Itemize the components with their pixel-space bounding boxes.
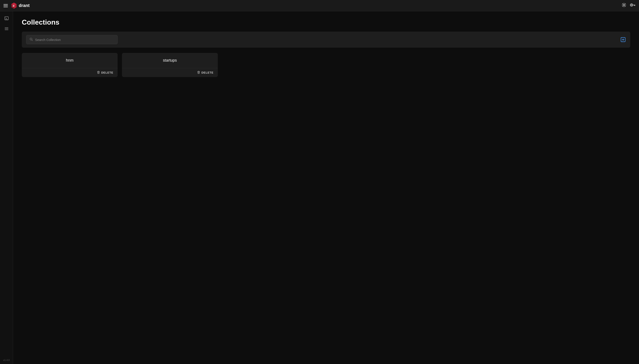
navbar-left: d drant: [4, 2, 30, 9]
search-input[interactable]: [35, 38, 114, 42]
search-container: [22, 32, 630, 48]
add-collection-button[interactable]: [620, 37, 626, 42]
terminal-icon: [4, 16, 9, 20]
svg-line-10: [622, 4, 623, 4]
trash-icon: [97, 71, 100, 74]
svg-point-15: [631, 4, 632, 6]
main-layout: v1.4.0 Collections: [0, 11, 639, 364]
sidebar-item-terminal[interactable]: [2, 14, 11, 23]
sidebar-item-collections[interactable]: [2, 24, 11, 33]
collections-grid: hnm DELETE startups: [22, 53, 218, 77]
add-collection-icon: [620, 37, 626, 42]
navbar: d drant: [0, 0, 639, 11]
collection-name: hnm: [22, 53, 118, 68]
svg-text:d: d: [13, 4, 14, 8]
logo-text: drant: [19, 3, 30, 8]
search-input-wrapper: [26, 35, 118, 44]
collections-icon: [4, 26, 9, 31]
svg-rect-19: [5, 17, 8, 20]
collection-name: startups: [122, 53, 218, 68]
collection-card[interactable]: startups DELETE: [122, 53, 218, 77]
sidebar-version: v1.4.0: [3, 359, 10, 362]
svg-line-11: [625, 6, 625, 6]
sidebar: v1.4.0: [0, 11, 13, 364]
api-key-button[interactable]: [630, 2, 635, 8]
collection-card[interactable]: hnm DELETE: [22, 53, 118, 77]
search-icon: [30, 38, 33, 42]
page-title: Collections: [22, 18, 630, 26]
collection-actions: DELETE: [22, 68, 118, 77]
svg-point-5: [623, 4, 625, 6]
trash-icon: [197, 71, 200, 74]
delete-collection-button[interactable]: DELETE: [197, 71, 213, 74]
logo-icon: d: [11, 2, 18, 9]
hamburger-menu-button[interactable]: [4, 4, 8, 7]
delete-label: DELETE: [101, 71, 113, 74]
svg-line-13: [622, 6, 623, 6]
svg-line-25: [32, 40, 33, 41]
delete-collection-button[interactable]: DELETE: [97, 71, 113, 74]
svg-line-12: [625, 4, 625, 4]
key-icon: [630, 2, 635, 8]
delete-label: DELETE: [202, 71, 213, 74]
content-area: Collections: [13, 11, 639, 364]
logo: d drant: [11, 2, 30, 9]
navbar-right: [621, 2, 635, 8]
collection-actions: DELETE: [122, 68, 218, 77]
svg-point-14: [630, 4, 633, 6]
sun-icon: [621, 2, 626, 8]
theme-toggle-button[interactable]: [621, 2, 626, 8]
